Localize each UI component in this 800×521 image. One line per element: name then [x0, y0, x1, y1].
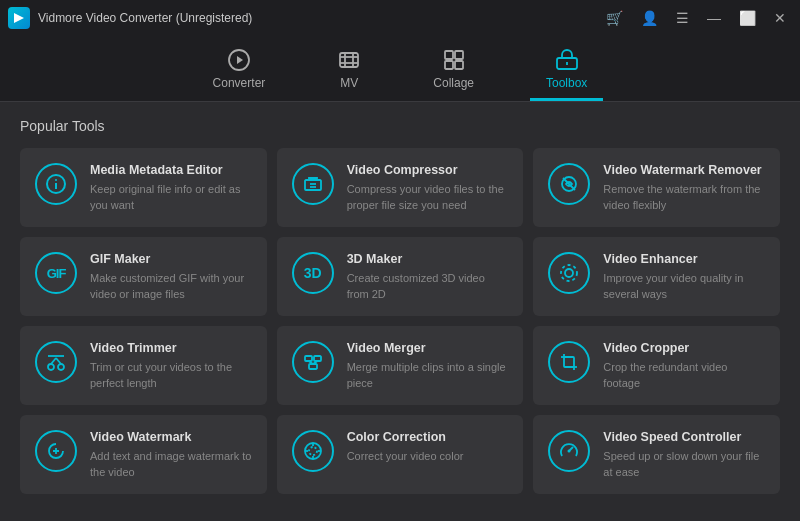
video-watermark-remover-name: Video Watermark Remover [603, 162, 766, 178]
video-trimmer-name: Video Trimmer [90, 340, 253, 356]
tool-card-video-merger[interactable]: Video Merger Merge multiple clips into a… [277, 326, 524, 405]
svg-point-46 [568, 450, 571, 453]
svg-rect-29 [305, 356, 312, 361]
video-merger-text: Video Merger Merge multiple clips into a… [347, 340, 510, 391]
svg-point-40 [309, 447, 317, 455]
color-correction-text: Color Correction Correct your video colo… [347, 429, 510, 465]
3d-maker-text: 3D Maker Create customized 3D video from… [347, 251, 510, 302]
svg-rect-30 [314, 356, 321, 361]
svg-rect-34 [564, 357, 574, 367]
video-cropper-icon-wrap [547, 340, 591, 384]
minimize-button[interactable]: — [701, 8, 727, 28]
titlebar-left: Vidmore Video Converter (Unregistered) [8, 7, 252, 29]
user-icon[interactable]: 👤 [635, 8, 664, 28]
svg-point-23 [561, 265, 577, 281]
tab-mv[interactable]: MV [321, 42, 377, 101]
gif-maker-icon-wrap: GIF [34, 251, 78, 295]
tool-card-video-watermark[interactable]: Video Watermark Add text and image water… [20, 415, 267, 494]
video-speed-controller-text: Video Speed Controller Speed up or slow … [603, 429, 766, 480]
tab-toolbox[interactable]: Toolbox [530, 42, 603, 101]
media-metadata-editor-icon-wrap [34, 162, 78, 206]
video-watermark-text: Video Watermark Add text and image water… [90, 429, 253, 480]
video-watermark-remover-text: Video Watermark Remover Remove the water… [603, 162, 766, 213]
tab-collage-label: Collage [433, 76, 474, 90]
video-compressor-icon [292, 163, 334, 205]
video-watermark-icon [35, 430, 77, 472]
video-merger-icon-wrap [291, 340, 335, 384]
tools-grid: Media Metadata Editor Keep original file… [20, 148, 780, 494]
color-correction-icon-wrap [291, 429, 335, 473]
tab-converter[interactable]: Converter [197, 42, 282, 101]
tool-card-video-enhancer[interactable]: Video Enhancer Improve your video qualit… [533, 237, 780, 316]
tool-card-video-speed-controller[interactable]: Video Speed Controller Speed up or slow … [533, 415, 780, 494]
svg-rect-17 [305, 180, 321, 190]
svg-rect-11 [455, 61, 463, 69]
app-logo [8, 7, 30, 29]
titlebar-title: Vidmore Video Converter (Unregistered) [38, 11, 252, 25]
video-compressor-icon-wrap [291, 162, 335, 206]
video-trimmer-desc: Trim or cut your videos to the perfect l… [90, 360, 253, 391]
nav-tabs: Converter MV Collage [0, 36, 800, 102]
video-speed-controller-icon-wrap [547, 429, 591, 473]
video-trimmer-text: Video Trimmer Trim or cut your videos to… [90, 340, 253, 391]
svg-point-24 [48, 364, 54, 370]
media-metadata-editor-icon [35, 163, 77, 205]
video-merger-desc: Merge multiple clips into a single piece [347, 360, 510, 391]
video-cropper-icon [548, 341, 590, 383]
video-watermark-remover-icon-wrap [547, 162, 591, 206]
tool-card-video-cropper[interactable]: Video Cropper Crop the redundant video f… [533, 326, 780, 405]
section-title: Popular Tools [20, 118, 780, 134]
media-metadata-editor-desc: Keep original file info or edit as you w… [90, 182, 253, 213]
menu-icon[interactable]: ☰ [670, 8, 695, 28]
3d-maker-icon: 3D [292, 252, 334, 294]
tool-card-video-compressor[interactable]: Video Compressor Compress your video fil… [277, 148, 524, 227]
media-metadata-editor-name: Media Metadata Editor [90, 162, 253, 178]
video-enhancer-icon [548, 252, 590, 294]
main-content: Popular Tools Media Metadata Editor Keep… [0, 102, 800, 521]
gif-maker-text: GIF Maker Make customized GIF with your … [90, 251, 253, 302]
tool-card-video-trimmer[interactable]: Video Trimmer Trim or cut your videos to… [20, 326, 267, 405]
titlebar: Vidmore Video Converter (Unregistered) 🛒… [0, 0, 800, 36]
video-merger-name: Video Merger [347, 340, 510, 356]
color-correction-desc: Correct your video color [347, 449, 510, 464]
video-cropper-name: Video Cropper [603, 340, 766, 356]
tool-card-video-watermark-remover[interactable]: Video Watermark Remover Remove the water… [533, 148, 780, 227]
restore-button[interactable]: ⬜ [733, 8, 762, 28]
video-compressor-text: Video Compressor Compress your video fil… [347, 162, 510, 213]
video-enhancer-text: Video Enhancer Improve your video qualit… [603, 251, 766, 302]
video-compressor-desc: Compress your video files to the proper … [347, 182, 510, 213]
collage-tab-icon [442, 48, 466, 72]
tool-card-media-metadata-editor[interactable]: Media Metadata Editor Keep original file… [20, 148, 267, 227]
video-compressor-name: Video Compressor [347, 162, 510, 178]
video-cropper-text: Video Cropper Crop the redundant video f… [603, 340, 766, 391]
toolbox-tab-icon [555, 48, 579, 72]
tool-card-gif-maker[interactable]: GIF GIF Maker Make customized GIF with y… [20, 237, 267, 316]
cart-icon[interactable]: 🛒 [600, 8, 629, 28]
gif-maker-name: GIF Maker [90, 251, 253, 267]
close-button[interactable]: ✕ [768, 8, 792, 28]
tool-card-color-correction[interactable]: Color Correction Correct your video colo… [277, 415, 524, 494]
tab-collage[interactable]: Collage [417, 42, 490, 101]
svg-point-22 [565, 269, 573, 277]
video-watermark-name: Video Watermark [90, 429, 253, 445]
svg-rect-31 [309, 364, 317, 369]
tool-card-3d-maker[interactable]: 3D 3D Maker Create customized 3D video f… [277, 237, 524, 316]
svg-point-16 [55, 179, 57, 181]
converter-tab-icon [227, 48, 251, 72]
tab-mv-label: MV [340, 76, 358, 90]
svg-line-26 [51, 358, 56, 364]
3d-maker-icon-wrap: 3D [291, 251, 335, 295]
svg-line-27 [56, 358, 61, 364]
video-speed-controller-desc: Speed up or slow down your file at ease [603, 449, 766, 480]
svg-rect-10 [445, 61, 453, 69]
video-enhancer-icon-wrap [547, 251, 591, 295]
video-watermark-remover-icon [548, 163, 590, 205]
video-speed-controller-icon [548, 430, 590, 472]
titlebar-controls: 🛒 👤 ☰ — ⬜ ✕ [600, 8, 792, 28]
video-trimmer-icon-wrap [34, 340, 78, 384]
video-cropper-desc: Crop the redundant video footage [603, 360, 766, 391]
svg-rect-9 [455, 51, 463, 59]
video-trimmer-icon [35, 341, 77, 383]
svg-point-25 [58, 364, 64, 370]
3d-maker-desc: Create customized 3D video from 2D [347, 271, 510, 302]
